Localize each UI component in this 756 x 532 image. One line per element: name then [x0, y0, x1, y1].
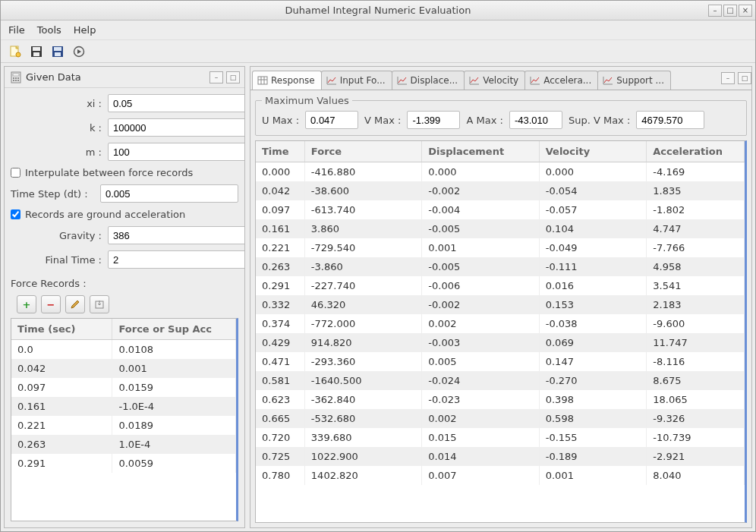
table-row[interactable]: 0.2910.0059: [11, 454, 236, 473]
minimize-button[interactable]: –: [708, 5, 722, 17]
svg-rect-11: [13, 77, 14, 79]
cell-force: -1.0E-4: [112, 397, 236, 416]
remove-record-button[interactable]: −: [41, 295, 61, 313]
resp-col-acc[interactable]: Acceleration: [647, 141, 745, 162]
edit-record-button[interactable]: [65, 295, 85, 313]
panel-minimize-button[interactable]: –: [209, 71, 223, 83]
table-row[interactable]: 0.291-227.740-0.0060.0163.541: [256, 276, 745, 295]
given-data-title: Given Data: [26, 71, 81, 83]
cell-vel: -0.057: [539, 200, 647, 219]
cell-force: 1402.820: [304, 466, 421, 485]
pencil-icon: [70, 299, 80, 310]
chart-icon: [469, 75, 480, 86]
table-row[interactable]: 0.000-416.8800.0000.000-4.169: [256, 162, 745, 182]
chart-icon: [603, 75, 613, 86]
tab-support[interactable]: Support ...: [597, 71, 671, 90]
cell-acc: -2.921: [647, 447, 745, 466]
right-panel-max-button[interactable]: □: [738, 72, 751, 84]
table-row[interactable]: 0.0970.0159: [11, 378, 236, 397]
table-row[interactable]: 0.097-613.740-0.004-0.057-1.802: [256, 200, 745, 219]
tab-acceleration[interactable]: Accelera...: [524, 71, 598, 90]
interpolate-checkbox[interactable]: [11, 168, 20, 178]
table-row[interactable]: 0.221-729.5400.001-0.049-7.766: [256, 238, 745, 257]
final-time-input[interactable]: [108, 250, 244, 269]
svg-rect-14: [13, 80, 14, 81]
import-record-button[interactable]: [90, 295, 109, 313]
m-input[interactable]: [108, 143, 244, 161]
table-row[interactable]: 0.720339.6800.015-0.155-10.739: [256, 428, 745, 447]
resp-col-time[interactable]: Time: [256, 141, 304, 162]
table-row[interactable]: 0.2210.0189: [11, 416, 236, 435]
run-icon[interactable]: [72, 45, 86, 58]
table-row[interactable]: 0.665-532.6800.0020.598-9.326: [256, 409, 745, 428]
records-col-force[interactable]: Force or Sup Acc: [112, 319, 236, 340]
gravity-input[interactable]: [108, 226, 244, 244]
table-row[interactable]: 0.161-1.0E-4: [11, 397, 236, 416]
ground-accel-checkbox[interactable]: [11, 209, 20, 219]
maximize-button[interactable]: □: [723, 5, 737, 17]
gravity-label: Gravity :: [11, 230, 102, 241]
right-panel-min-button[interactable]: –: [721, 72, 735, 84]
records-table[interactable]: Time (sec) Force or Sup Acc 0.00.01080.0…: [11, 319, 236, 473]
import-icon: [94, 299, 105, 310]
dt-input[interactable]: [100, 184, 238, 203]
table-row[interactable]: 0.7251022.9000.014-0.189-2.921: [256, 447, 745, 466]
max-values-group: Maximum Values U Max : V Max : A Max : S…: [255, 95, 747, 136]
table-row[interactable]: 0.623-362.840-0.0230.39818.065: [256, 390, 745, 409]
ground-accel-label: Records are ground acceleration: [25, 209, 185, 220]
table-row[interactable]: 0.00.0108: [11, 340, 236, 360]
menu-file[interactable]: File: [8, 24, 25, 36]
resp-col-disp[interactable]: Displacement: [422, 141, 539, 162]
records-col-time[interactable]: Time (sec): [11, 319, 112, 340]
table-row[interactable]: 0.042-38.600-0.002-0.0541.835: [256, 181, 745, 200]
resp-col-vel[interactable]: Velocity: [539, 141, 647, 162]
table-row[interactable]: 0.263-3.860-0.005-0.1114.958: [256, 257, 745, 276]
tab-response[interactable]: Response: [252, 71, 322, 90]
table-row[interactable]: 0.581-1640.500-0.024-0.2708.675: [256, 371, 745, 390]
response-body: Maximum Values U Max : V Max : A Max : S…: [250, 90, 751, 527]
given-data-header: Given Data – □: [5, 67, 244, 88]
chart-icon: [397, 75, 408, 86]
u-max-field[interactable]: [305, 111, 358, 129]
cell-acc: 18.065: [647, 390, 745, 409]
final-time-label: Final Time :: [11, 254, 102, 266]
tab-displacement[interactable]: Displace...: [392, 71, 465, 90]
panel-maximize-button[interactable]: □: [226, 71, 240, 83]
tab-input-force[interactable]: Input Fo...: [321, 71, 392, 90]
cell-force: 1.0E-4: [112, 435, 236, 454]
save-as-icon[interactable]: [51, 45, 65, 58]
sup-v-max-field[interactable]: [636, 111, 704, 129]
table-row[interactable]: 0.33246.320-0.0020.1532.183: [256, 295, 745, 314]
content-area: Given Data – □ xi : k : m :: [1, 63, 755, 531]
new-file-icon[interactable]: [8, 45, 22, 58]
cell-time: 0.780: [256, 466, 304, 485]
table-row[interactable]: 0.374-772.0000.002-0.038-9.600: [256, 314, 745, 333]
table-row[interactable]: 0.429914.820-0.0030.06911.747: [256, 333, 745, 352]
table-row[interactable]: 0.2631.0E-4: [11, 435, 236, 454]
cell-force: 0.001: [112, 359, 236, 378]
a-max-field[interactable]: [509, 111, 562, 129]
cell-force: -613.740: [304, 200, 421, 219]
close-button[interactable]: ×: [739, 5, 752, 17]
save-icon[interactable]: [30, 45, 43, 58]
tab-acc-label: Accelera...: [543, 75, 591, 86]
resp-col-force[interactable]: Force: [304, 141, 421, 162]
add-record-button[interactable]: +: [17, 295, 36, 313]
menu-tools[interactable]: Tools: [37, 24, 61, 36]
table-row[interactable]: 0.471-293.3600.0050.147-8.116: [256, 352, 745, 371]
tab-velocity[interactable]: Velocity: [464, 71, 525, 90]
table-row[interactable]: 0.1613.860-0.0050.1044.747: [256, 219, 745, 238]
k-input[interactable]: [108, 118, 244, 137]
table-row[interactable]: 0.7801402.8200.0070.0018.040: [256, 466, 745, 485]
cell-time: 0.471: [256, 352, 304, 371]
given-data-panel: Given Data – □ xi : k : m :: [4, 66, 245, 528]
cell-disp: -0.002: [422, 295, 539, 314]
xi-input[interactable]: [108, 94, 244, 112]
response-table[interactable]: Time Force Displacement Velocity Acceler…: [256, 141, 745, 485]
cell-vel: 0.153: [539, 295, 647, 314]
cell-disp: -0.002: [422, 181, 539, 200]
table-row[interactable]: 0.0420.001: [11, 359, 236, 378]
cell-time: 0.221: [11, 416, 112, 435]
v-max-field[interactable]: [407, 111, 460, 129]
menu-help[interactable]: Help: [74, 24, 96, 36]
